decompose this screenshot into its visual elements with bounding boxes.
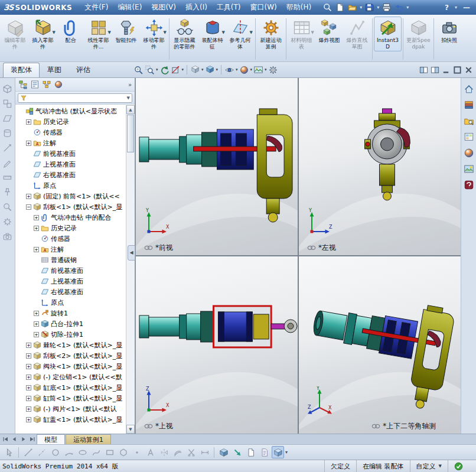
tool-point-button[interactable] (131, 446, 143, 458)
tree-item[interactable]: 右视基准面 (17, 170, 125, 180)
expand-toggle[interactable]: + (26, 353, 31, 359)
ribbon-button-speedpak[interactable]: 更新Speedpak (405, 17, 432, 51)
pane-left-icon[interactable] (419, 66, 428, 74)
menu-item-0[interactable]: 文件(F) (80, 1, 113, 14)
tool-pressed-cube-button[interactable] (272, 446, 284, 458)
ribbon-button-motion-study[interactable]: 新建运动算例 (257, 17, 285, 51)
tree-item[interactable]: +旋转1 (17, 308, 125, 318)
expand-toggle[interactable]: + (26, 406, 31, 412)
tool-offset-button[interactable] (171, 446, 184, 458)
tool-arc-button[interactable] (63, 446, 75, 458)
expand-toggle[interactable]: + (26, 343, 31, 348)
axis-icon[interactable] (2, 143, 12, 153)
chevron-down-icon[interactable]: ▼ (222, 30, 225, 35)
two-cubes-icon[interactable] (2, 99, 12, 109)
tree-item[interactable]: +缸盖<1> (默认<默认>_显 (17, 414, 125, 425)
scrollbar-thumb[interactable] (127, 115, 134, 152)
pencil-icon[interactable] (2, 158, 12, 168)
ribbon-button-reference-geometry[interactable]: ▼参考几何体 (226, 17, 254, 51)
cube-outline-icon[interactable] (2, 84, 12, 94)
tree-item[interactable]: 上视基准面 (17, 159, 125, 170)
chevron-down-icon[interactable]: ▾ (360, 5, 362, 10)
tab-0[interactable]: 装配体 (3, 63, 40, 77)
tree-item[interactable]: 原点 (17, 297, 125, 308)
tool-spline-button[interactable] (90, 446, 102, 458)
ribbon-button-explode-sketch[interactable]: 爆炸直线草图 (343, 17, 371, 51)
scene-icon[interactable] (253, 65, 263, 75)
camera-icon[interactable] (2, 232, 12, 242)
magnifier-icon[interactable] (2, 202, 12, 212)
tree-item[interactable]: −刮板<1> (默认<默认>_显 (17, 201, 125, 212)
forum-icon[interactable] (464, 180, 474, 190)
ribbon-button-linear-pattern[interactable]: ▼线性零部件... (84, 17, 112, 51)
ribbon-button-show-hidden[interactable]: 显示隐藏的零部件 (171, 17, 198, 51)
tree-item[interactable]: 右视基准面 (17, 287, 125, 297)
expand-toggle[interactable]: + (26, 141, 31, 146)
tree-item[interactable]: 原点 (17, 180, 125, 191)
panel-collapse-handle[interactable]: ◀ (128, 245, 135, 261)
chevron-down-icon[interactable]: ▾ (236, 67, 238, 72)
tool-polygon-button[interactable] (117, 446, 129, 458)
new-doc-icon[interactable] (335, 2, 345, 12)
expand-toggle[interactable]: + (34, 226, 39, 231)
expand-toggle[interactable]: + (26, 364, 31, 369)
expand-toggle[interactable]: + (34, 311, 39, 316)
ribbon-button-move-component[interactable]: ▼移动零部件 (140, 17, 168, 51)
feature-manager-icon[interactable] (18, 80, 28, 89)
tool-select-button[interactable] (3, 446, 15, 458)
view-orient-icon[interactable] (190, 65, 200, 75)
appearances-icon[interactable] (464, 148, 474, 158)
tree-item[interactable]: +(-) 阀片<1> (默认<默认 (17, 403, 125, 414)
expand-toggle[interactable]: + (26, 194, 31, 199)
tool-document-button[interactable] (244, 446, 257, 458)
appearance-icon[interactable] (239, 65, 249, 75)
menu-item-1[interactable]: 编辑(E) (113, 1, 146, 14)
chevron-down-icon[interactable]: ▼ (108, 30, 111, 35)
tool-ellipse-button[interactable] (76, 446, 89, 458)
undo-icon[interactable] (394, 2, 404, 12)
view-palette-icon[interactable] (464, 132, 474, 142)
menu-item-2[interactable]: 视图(V) (146, 1, 181, 14)
help-button[interactable]: ? (445, 4, 449, 12)
tool-document2-button[interactable] (258, 446, 270, 458)
tree-item[interactable]: +A注解 (17, 138, 125, 148)
cylinder-icon[interactable] (2, 128, 12, 138)
tree-item[interactable]: +缸筒<1> (默认<默认>_显 (17, 393, 125, 403)
tool-text-button[interactable] (144, 446, 157, 458)
chevron-down-icon[interactable]: ▾ (285, 450, 288, 455)
expand-toggle[interactable]: + (26, 417, 31, 422)
tree-item[interactable]: 前视基准面 (17, 148, 125, 159)
tree-item[interactable]: 上视基准面 (17, 276, 125, 287)
tree-item[interactable]: +A注解 (17, 244, 125, 255)
nav-last-button[interactable] (28, 434, 37, 444)
ribbon-button-snapshot[interactable]: 拍快照 (435, 17, 463, 45)
nav-first-button[interactable] (1, 434, 10, 444)
chevron-down-icon[interactable]: ▼ (439, 464, 442, 468)
pin-icon[interactable] (2, 187, 12, 197)
tool-mirror-button[interactable] (158, 446, 170, 458)
zoom-fit-icon[interactable] (133, 65, 144, 75)
manager-tabs-overflow[interactable]: » (128, 82, 132, 88)
chevron-down-icon[interactable]: ▾ (156, 67, 158, 72)
pane-right-icon[interactable] (431, 66, 439, 74)
tree-item[interactable]: +凸台-拉伸1 (17, 318, 125, 329)
chevron-down-icon[interactable]: ▾ (265, 67, 267, 72)
menu-item-6[interactable]: 帮助(H) (282, 1, 316, 14)
print-icon[interactable] (382, 2, 392, 12)
expand-toggle[interactable]: − (26, 204, 31, 210)
menu-item-3[interactable]: 插入(I) (181, 1, 212, 14)
plane-outline-icon[interactable] (2, 113, 12, 123)
tree-item[interactable]: +气动冲击钻 中的配合 (17, 212, 125, 223)
file-explorer-icon[interactable] (464, 116, 474, 126)
tab-2[interactable]: 评估 (69, 63, 97, 77)
tree-item[interactable]: 传感器 (17, 233, 125, 244)
tree-item[interactable]: +缸底<1> (默认<默认>_显 (17, 382, 125, 393)
ribbon-button-edit-component[interactable]: 编辑零部件 (1, 17, 29, 51)
chevron-down-icon[interactable]: ▾ (201, 67, 204, 72)
close-icon[interactable] (464, 66, 473, 74)
viewport-front[interactable]: YX*前视 (136, 78, 298, 255)
chevron-down-icon[interactable]: ▼ (53, 30, 56, 35)
open-icon[interactable] (347, 2, 357, 12)
ribbon-button-insert-component[interactable]: ▼插入零部件 (29, 17, 57, 51)
chevron-down-icon[interactable]: ▾ (250, 67, 253, 72)
